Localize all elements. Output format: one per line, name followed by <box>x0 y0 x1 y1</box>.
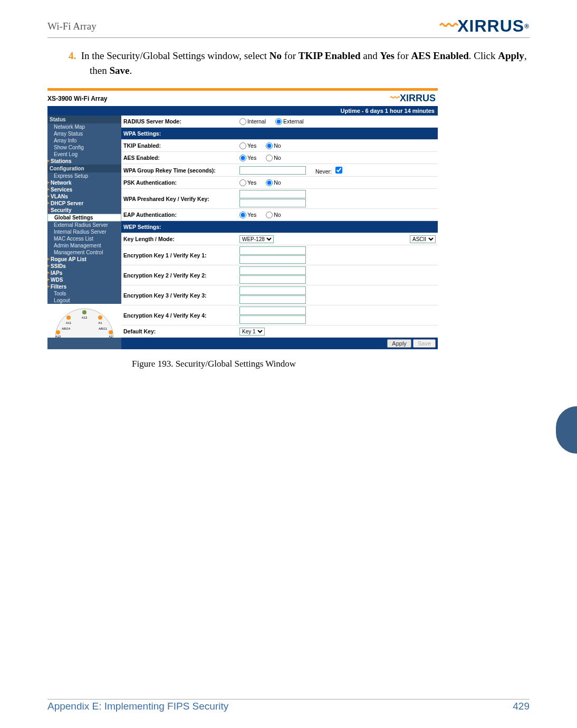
aes-yes-radio[interactable]: Yes <box>239 155 256 161</box>
tkip-label: TKIP Enabled: <box>123 142 239 149</box>
svg-point-8 <box>56 330 60 334</box>
svg-point-2 <box>82 310 86 314</box>
svg-text:A11: A11 <box>66 321 72 324</box>
screenshot-figure: XS-3900 Wi-Fi Array 〰XIRRUS Uptime - 6 d… <box>47 88 438 349</box>
enc3-key-input[interactable] <box>239 286 306 295</box>
apply-button[interactable]: Apply <box>387 339 411 348</box>
nav-sidebar: Status Network Map Array Status Array In… <box>47 116 121 349</box>
keylen-select[interactable]: WEP-128 <box>239 235 274 243</box>
rekey-input[interactable] <box>239 166 306 175</box>
enc4-label: Encryption Key 4 / Verify Key 4: <box>123 312 239 319</box>
sidebar-item-security[interactable]: Security <box>47 207 121 214</box>
sidebar-item-global-settings[interactable]: Global Settings <box>47 214 121 222</box>
page-footer: Appendix E: Implementing FIPS Security 4… <box>47 699 530 712</box>
tkip-yes-radio[interactable]: Yes <box>239 142 256 149</box>
svg-text:A1: A1 <box>98 321 102 324</box>
uptime-bar: Uptime - 6 days 1 hour 14 minutes <box>47 106 438 116</box>
svg-text:ABG4: ABG4 <box>62 327 71 330</box>
eap-no-radio[interactable]: No <box>266 212 281 218</box>
radius-internal-radio[interactable]: Internal <box>239 118 266 125</box>
sidebar-item-show-config[interactable]: Show Config <box>47 144 121 151</box>
psk-yes-radio[interactable]: Yes <box>239 179 256 186</box>
sidebar-item-dhcp[interactable]: DHCP Server <box>47 200 121 207</box>
wpa-settings-head: WPA Settings: <box>123 130 239 137</box>
enc4-verify-input[interactable] <box>239 315 306 324</box>
sidebar-item-admin-mgmt[interactable]: Admin Management <box>47 242 121 249</box>
svg-text:A2: A2 <box>109 335 113 338</box>
svg-point-4 <box>98 315 102 320</box>
psk-no-radio[interactable]: No <box>266 179 281 186</box>
appendix-title: Appendix E: Implementing FIPS Security <box>47 701 228 712</box>
enc3-verify-input[interactable] <box>239 295 306 304</box>
radius-mode-label: RADIUS Server Mode: <box>123 118 239 124</box>
antenna-diagram: A11 A12 A1 ABG4 ABG1 A10 A2 <box>47 304 121 338</box>
enc1-label: Encryption Key 1 / Verify Key 1: <box>123 252 239 258</box>
enc3-label: Encryption Key 3 / Verify Key 3: <box>123 292 239 299</box>
page-header: Wi-Fi Array 〰XIRRUS® <box>47 16 530 38</box>
enc2-label: Encryption Key 2 / Verify Key 2: <box>123 272 239 279</box>
defkey-select[interactable]: Key 1 <box>239 328 265 336</box>
svg-text:ABG1: ABG1 <box>99 327 108 330</box>
enc1-key-input[interactable] <box>239 246 306 255</box>
eap-label: EAP Authentication: <box>123 212 239 218</box>
page-tab-icon <box>556 406 577 454</box>
sidebar-item-event-log[interactable]: Event Log <box>47 151 121 158</box>
step-4-instruction: 4. In the Security/Global Settings windo… <box>69 49 530 78</box>
tkip-no-radio[interactable]: No <box>266 142 281 149</box>
sidebar-item-ext-radius[interactable]: External Radius Server <box>47 222 121 228</box>
sidebar-item-array-status[interactable]: Array Status <box>47 130 121 137</box>
sidebar-item-logout[interactable]: Logout <box>47 297 121 304</box>
sidebar-item-int-radius[interactable]: Internal Radius Server <box>47 228 121 235</box>
sidebar-item-stations[interactable]: Stations <box>47 158 121 165</box>
sidebar-item-mac-list[interactable]: MAC Access List <box>47 235 121 242</box>
svg-point-0 <box>66 315 71 320</box>
sidebar-item-services[interactable]: Services <box>47 186 121 193</box>
save-button[interactable]: Save <box>413 339 436 348</box>
keymode-select[interactable]: ASCII <box>410 235 436 243</box>
sidebar-item-network[interactable]: Network <box>47 179 121 186</box>
sidebar-item-array-info[interactable]: Array Info <box>47 137 121 144</box>
enc4-key-input[interactable] <box>239 306 306 315</box>
svg-text:A10: A10 <box>55 335 61 338</box>
sidebar-item-filters[interactable]: Filters <box>47 283 121 290</box>
preshared-verify-input[interactable] <box>239 199 306 207</box>
defkey-label: Default Key: <box>123 328 239 334</box>
sidebar-item-tools[interactable]: Tools <box>47 290 121 297</box>
rekey-never-checkbox[interactable] <box>335 167 342 174</box>
sidebar-item-express-setup[interactable]: Express Setup <box>47 173 121 179</box>
wep-settings-head: WEP Settings: <box>123 224 239 230</box>
enc2-verify-input[interactable] <box>239 275 306 284</box>
sidebar-item-wds[interactable]: WDS <box>47 276 121 283</box>
rekey-never-label: Never: <box>315 168 332 175</box>
sidebar-item-vlans[interactable]: VLANs <box>47 193 121 200</box>
svg-text:A12: A12 <box>82 316 88 319</box>
doc-title: Wi-Fi Array <box>47 21 97 32</box>
xirrus-logo: 〰XIRRUS® <box>440 16 530 36</box>
preshared-key-input[interactable] <box>239 190 306 198</box>
sidebar-item-mgmt-control[interactable]: Management Control <box>47 249 121 256</box>
aes-no-radio[interactable]: No <box>266 155 281 161</box>
sidebar-item-iaps[interactable]: IAPs <box>47 270 121 276</box>
svg-point-10 <box>109 330 113 334</box>
step-number: 4. <box>69 50 76 61</box>
product-title: XS-3900 Wi-Fi Array <box>47 95 108 102</box>
sidebar-section-config: Configuration <box>47 165 121 173</box>
enc2-key-input[interactable] <box>239 266 306 275</box>
sidebar-item-network-map[interactable]: Network Map <box>47 123 121 130</box>
sidebar-section-status: Status <box>47 116 121 123</box>
figure-caption: Figure 193. Security/Global Settings Win… <box>132 359 530 369</box>
radius-external-radio[interactable]: External <box>275 118 304 125</box>
sidebar-item-ssids[interactable]: SSIDs <box>47 263 121 270</box>
logo-swoosh-icon: 〰 <box>440 16 458 36</box>
preshared-label: WPA Preshared Key / Verify Key: <box>123 196 239 202</box>
enc1-verify-input[interactable] <box>239 255 306 264</box>
eap-yes-radio[interactable]: Yes <box>239 212 256 218</box>
xirrus-logo-small: 〰XIRRUS <box>390 93 436 104</box>
psk-label: PSK Authentication: <box>123 179 239 186</box>
aes-label: AES Enabled: <box>123 155 239 161</box>
rekey-label: WPA Group Rekey Time (seconds): <box>123 167 239 174</box>
settings-form: RADIUS Server Mode: Internal External WP… <box>121 116 438 349</box>
keylen-label: Key Length / Mode: <box>123 236 239 242</box>
page-number: 429 <box>513 701 530 712</box>
sidebar-item-rogue-ap[interactable]: Rogue AP List <box>47 256 121 263</box>
